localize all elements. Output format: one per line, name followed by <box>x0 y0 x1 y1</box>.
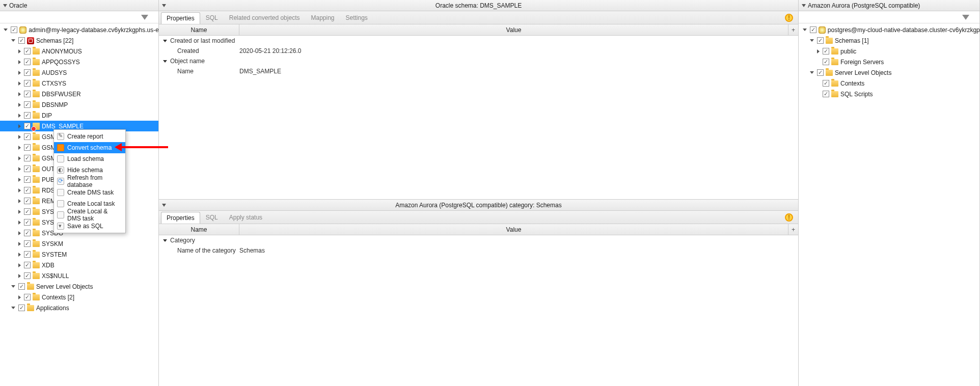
checkbox[interactable] <box>24 133 31 140</box>
prop-group[interactable]: Category <box>159 235 798 245</box>
tab-properties[interactable]: Properties <box>161 212 200 224</box>
checkbox[interactable] <box>24 187 31 194</box>
prop-group[interactable]: Created or last modified <box>159 36 798 46</box>
checkbox[interactable] <box>24 262 31 268</box>
applications-node[interactable]: Applications <box>0 302 158 313</box>
schema-audsys[interactable]: AUDSYS <box>0 67 158 78</box>
checkbox[interactable] <box>823 48 829 54</box>
source-db-root[interactable]: admin@my-legacy-database.cv6ykrzkgphs.us… <box>0 24 158 35</box>
ctx-create-dms-task[interactable]: Create DMS task <box>54 187 125 198</box>
checkbox[interactable] <box>24 166 31 172</box>
schema-dip[interactable]: DIP <box>0 110 158 121</box>
warning-icon[interactable]: ! <box>785 14 793 22</box>
foreign-servers[interactable]: Foreign Servers <box>799 57 979 67</box>
menu-item-label: Create DMS task <box>67 189 114 196</box>
tree-item-label: Contexts <box>840 80 864 87</box>
checkbox[interactable] <box>24 80 31 87</box>
server-level-objects[interactable]: Server Level Objects <box>799 67 979 78</box>
contexts-node[interactable]: Contexts <box>799 78 979 89</box>
checkbox[interactable] <box>11 26 17 33</box>
chevron-right-icon <box>18 124 21 128</box>
checkbox[interactable] <box>24 208 31 215</box>
server-level-objects[interactable]: Server Level Objects <box>0 281 158 292</box>
target-db-root[interactable]: postgres@my-cloud-native-database.cluste… <box>799 24 979 35</box>
checkbox[interactable] <box>18 283 25 290</box>
folder-icon <box>33 134 40 140</box>
tree-item-label: DMS_SAMPLE <box>42 123 84 130</box>
checkbox[interactable] <box>823 91 829 97</box>
col-name[interactable]: Name <box>159 224 239 235</box>
tab-settings[interactable]: Settings <box>340 12 373 23</box>
chevron-right-icon <box>18 274 21 278</box>
schemas-node[interactable]: Schemas [22] <box>0 35 158 46</box>
sql-scripts[interactable]: SQL Scripts <box>799 89 979 99</box>
schemas-node[interactable]: Schemas [1] <box>799 35 979 46</box>
menu-item-label: Create Local task <box>67 200 115 207</box>
schema-xdb[interactable]: XDB <box>0 260 158 270</box>
prop-group[interactable]: Object name <box>159 56 798 66</box>
checkbox[interactable] <box>18 305 25 311</box>
tab-apply-status[interactable]: Apply status <box>224 211 268 223</box>
add-column-button[interactable]: + <box>788 224 798 235</box>
filter-icon[interactable] <box>962 15 969 20</box>
schema-dbsfwuser[interactable]: DBSFWUSER <box>0 89 158 99</box>
col-name[interactable]: Name <box>159 24 239 35</box>
tab-properties[interactable]: Properties <box>161 12 200 24</box>
checkbox[interactable] <box>24 240 31 247</box>
checkbox[interactable] <box>24 294 31 300</box>
ctx-load-schema[interactable]: Load schema <box>54 153 125 164</box>
checkbox[interactable] <box>18 37 25 44</box>
checkbox[interactable] <box>24 176 31 183</box>
schema-xs$null[interactable]: XS$NULL <box>0 270 158 281</box>
center-top-header[interactable]: Oracle schema: DMS_SAMPLE <box>159 0 798 11</box>
source-panel-header[interactable]: Oracle <box>0 0 158 11</box>
schema-dbsnmp[interactable]: DBSNMP <box>0 99 158 110</box>
ctx-save-as-sql[interactable]: Save as SQL <box>54 220 125 232</box>
checkbox[interactable] <box>24 123 31 129</box>
tab-mapping[interactable]: Mapping <box>305 12 340 23</box>
chevron-down-icon <box>803 29 807 31</box>
checkbox[interactable] <box>823 80 829 87</box>
checkbox[interactable] <box>24 48 31 54</box>
checkbox[interactable] <box>24 59 31 65</box>
center-bottom-header[interactable]: Amazon Aurora (PostgreSQL compatible) ca… <box>159 200 798 211</box>
ctx-create-report[interactable]: Create report <box>54 131 125 142</box>
checkbox[interactable] <box>24 112 31 119</box>
checkbox[interactable] <box>817 69 824 76</box>
warning-icon[interactable]: ! <box>785 213 793 222</box>
schema-appqossys[interactable]: APPQOSSYS <box>0 57 158 67</box>
checkbox[interactable] <box>24 155 31 161</box>
chevron-right-icon <box>18 92 21 96</box>
schema-anonymous[interactable]: ANONYMOUS <box>0 46 158 57</box>
schema-ctxsys[interactable]: CTXSYS <box>0 78 158 89</box>
checkbox[interactable] <box>817 37 824 44</box>
checkbox[interactable] <box>24 91 31 97</box>
checkbox[interactable] <box>24 251 31 258</box>
checkbox[interactable] <box>24 144 31 151</box>
filter-icon[interactable] <box>141 15 148 20</box>
col-value[interactable]: Value <box>239 24 788 35</box>
target-panel-header[interactable]: Amazon Aurora (PostgreSQL compatible) <box>799 0 979 11</box>
add-column-button[interactable]: + <box>788 24 798 35</box>
center-bottom: Amazon Aurora (PostgreSQL compatible) ca… <box>159 200 798 386</box>
tab-sql[interactable]: SQL <box>200 211 224 223</box>
ctx-create-local---dms-task[interactable]: Create Local & DMS task <box>54 209 125 220</box>
checkbox[interactable] <box>823 59 829 65</box>
chevron-down-icon <box>162 4 166 7</box>
tab-sql[interactable]: SQL <box>200 12 224 23</box>
tab-related-converted-objects[interactable]: Related converted objects <box>224 12 306 23</box>
checkbox[interactable] <box>24 230 31 236</box>
schema-syskm[interactable]: SYSKM <box>0 238 158 249</box>
menu-item-icon <box>57 133 64 140</box>
ctx-refresh-from-database[interactable]: Refresh from database <box>54 176 125 187</box>
checkbox[interactable] <box>24 272 31 279</box>
schema-system[interactable]: SYSTEM <box>0 249 158 260</box>
checkbox[interactable] <box>24 198 31 204</box>
checkbox[interactable] <box>810 26 816 33</box>
contexts-node[interactable]: Contexts [2] <box>0 292 158 302</box>
checkbox[interactable] <box>24 219 31 226</box>
checkbox[interactable] <box>24 69 31 76</box>
checkbox[interactable] <box>24 101 31 108</box>
schema-public[interactable]: public <box>799 46 979 57</box>
col-value[interactable]: Value <box>239 224 788 235</box>
